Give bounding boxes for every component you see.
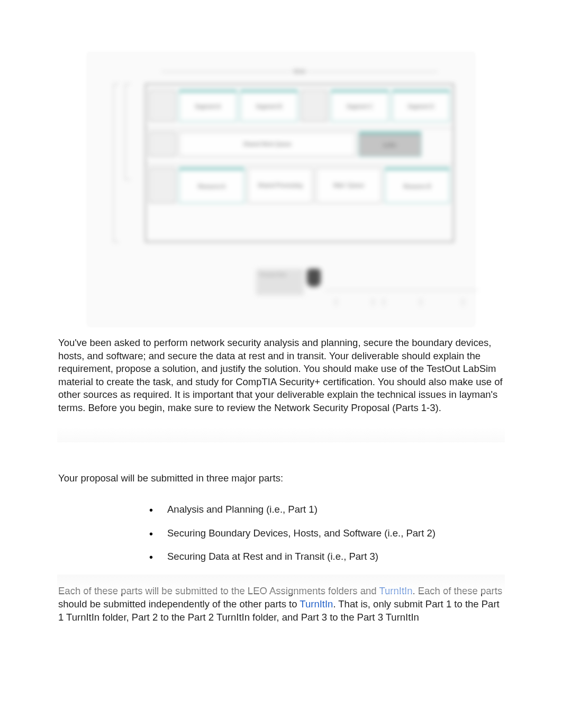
diagram-row-1: Segment A Segment B Segment C Segment D <box>146 87 453 125</box>
diagram-row-3: Resource A Shared Processing Wait / Queu… <box>146 164 453 206</box>
diagram-row-2: Shared Work Queue buffer <box>146 128 453 160</box>
diagram-cell: Segment A <box>179 90 237 122</box>
diagram-cell <box>424 132 450 157</box>
list-item: Analysis and Planning (i.e., Part 1) <box>149 498 504 522</box>
parts-list: Analysis and Planning (i.e., Part 1) Sec… <box>58 498 504 569</box>
diagram-cell: Segment C <box>331 90 389 122</box>
list-item: Securing Data at Rest and in Transit (i.… <box>149 545 504 569</box>
spacing <box>58 415 504 472</box>
diagram-cell: Segment B <box>240 90 298 122</box>
diagram-cell: Wait / Queue <box>316 168 382 203</box>
document-page: time Segment A Segment B Segment C Segme… <box>0 0 562 728</box>
turnitin-link[interactable]: TurnItIn <box>300 598 333 609</box>
diagram-cell <box>149 132 176 157</box>
lead-line: Your proposal will be submitted in three… <box>58 472 504 485</box>
diagram-top-axis: time <box>145 68 454 75</box>
diagram-cell: Segment D <box>392 90 450 122</box>
text-run: Each of these parts will be submitted to… <box>58 585 379 596</box>
diagram-left-bracket-inner <box>125 84 131 180</box>
diagram-cell-center: Shared Work Queue <box>179 132 356 157</box>
diagram-cell: Resource B <box>385 168 450 203</box>
diagram-caption-block: Process flow <box>256 269 304 295</box>
diagram-left-bracket-outer <box>113 84 119 242</box>
diagram-cell: Shared Processing <box>248 168 313 203</box>
diagram-footer-strip: Process flow <box>97 269 465 316</box>
diagram-cell <box>301 90 328 122</box>
submission-paragraph: Each of these parts will be submitted to… <box>58 585 504 624</box>
diagram-figure: time Segment A Segment B Segment C Segme… <box>88 53 474 326</box>
turnitin-link[interactable]: TurnItIn <box>379 585 412 596</box>
intro-paragraph: You've been asked to perform network sec… <box>58 336 504 415</box>
diagram-icon-block <box>307 269 321 287</box>
diagram-blurred: time Segment A Segment B Segment C Segme… <box>97 62 465 253</box>
diagram-cell <box>149 168 176 203</box>
diagram-grid: Segment A Segment B Segment C Segment D … <box>145 84 454 242</box>
diagram-cell <box>149 90 176 122</box>
diagram-cell-fill: buffer <box>359 132 421 157</box>
diagram-cell: Resource A <box>179 168 244 203</box>
list-item: Securing Boundary Devices, Hosts, and So… <box>149 522 504 545</box>
